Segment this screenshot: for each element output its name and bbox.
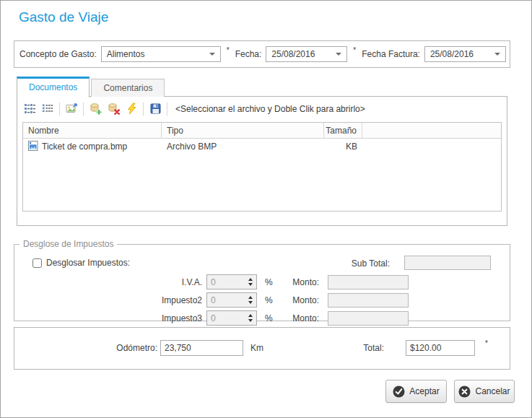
- subtotal-label: Sub Total:: [318, 258, 390, 269]
- chevron-down-icon: [209, 53, 215, 56]
- percent-sign: %: [265, 295, 273, 305]
- toolbar-separator: [59, 103, 60, 116]
- odometro-unit: Km: [250, 343, 263, 353]
- chevron-down-icon: [494, 53, 500, 56]
- concepto-value: Alimentos: [107, 49, 145, 59]
- spinner-up-icon: [248, 314, 253, 317]
- toolbar-separator: [167, 103, 167, 116]
- spinner-down-icon: [248, 283, 253, 286]
- iva-label: I.V.A.: [100, 277, 202, 287]
- documents-grid-header: Nombre Tipo Tamaño: [23, 123, 501, 139]
- tab-comentarios[interactable]: Comentarios: [91, 79, 165, 97]
- spinner-up-icon: [248, 278, 253, 281]
- fecha-value: 25/08/2016: [271, 49, 315, 59]
- document-name: Ticket de compra.bmp: [42, 141, 127, 152]
- total-label: Total:: [344, 343, 384, 353]
- spinner-down-icon: [248, 301, 253, 304]
- impuesto3-label: Impuesto3: [100, 313, 202, 323]
- remove-attachment-icon[interactable]: [107, 103, 120, 116]
- documents-toolbar: <Seleccionar el archivo y Doble Clik par…: [17, 97, 507, 121]
- concepto-required-marker: *: [227, 46, 230, 54]
- check-circle-icon: [393, 386, 405, 398]
- fecha-factura-datepicker[interactable]: 25/08/2016: [424, 46, 506, 62]
- fecha-factura-value: 25/08/2016: [430, 49, 474, 59]
- impuesto3-percent-value: 0: [207, 311, 245, 325]
- iva-monto-field: [328, 275, 409, 289]
- quick-open-icon[interactable]: [125, 103, 138, 116]
- impuesto2-row: Impuesto2 0 % Monto:: [14, 292, 510, 308]
- gasto-de-viaje-dialog: Gasto de Viaje Concepto de Gasto: Alimen…: [0, 0, 532, 418]
- tab-documentos[interactable]: Documentos: [17, 77, 90, 97]
- concepto-combobox[interactable]: Alimentos: [101, 46, 221, 62]
- document-size: KB: [324, 141, 362, 152]
- desglosar-impuestos-row: Desglosar Impuestos:: [32, 258, 130, 268]
- impuesto3-percent-spinner: 0: [206, 310, 257, 326]
- cancel-button[interactable]: Cancelar: [454, 380, 515, 403]
- expense-header-box: Concepto de Gasto: Alimentos * Fecha: 25…: [14, 40, 510, 68]
- impuesto3-monto-field: [328, 311, 409, 326]
- monto-label: Monto:: [289, 295, 319, 305]
- total-required-marker: *: [485, 339, 488, 347]
- add-attachment-icon[interactable]: [89, 103, 102, 116]
- fecha-factura-label: Fecha Factura:: [362, 49, 420, 59]
- document-type: Archivo BMP: [162, 141, 324, 152]
- impuesto3-row: Impuesto3 0 % Monto:: [14, 310, 510, 326]
- column-header-nombre[interactable]: Nombre: [23, 123, 162, 138]
- column-header-tamano[interactable]: Tamaño: [324, 123, 362, 138]
- column-header-empty: [362, 123, 501, 138]
- fecha-label: Fecha:: [235, 49, 262, 59]
- spinner-down-icon: [248, 319, 253, 322]
- monto-label: Monto:: [289, 277, 319, 287]
- desglosar-impuestos-label: Desglosar Impuestos:: [46, 258, 130, 268]
- spinner-up-icon: [248, 296, 253, 299]
- monto-label: Monto:: [289, 313, 319, 323]
- chevron-down-icon: [336, 53, 341, 56]
- documentos-panel: <Seleccionar el archivo y Doble Clik par…: [17, 96, 507, 226]
- odometro-field[interactable]: [160, 340, 243, 356]
- subtotal-field: [404, 256, 491, 270]
- accept-button-label: Aceptar: [409, 386, 439, 396]
- fecha-required-marker: *: [353, 46, 356, 54]
- toolbar-separator: [83, 103, 84, 116]
- iva-percent-value: 0: [207, 275, 245, 289]
- impuesto2-percent-value: 0: [207, 293, 245, 307]
- documents-grid: Nombre Tipo Tamaño Ticket de compr: [22, 122, 502, 212]
- group-title: Desglose de Impuestos: [19, 239, 117, 249]
- tab-strip: Documentos Comentarios: [17, 76, 165, 97]
- x-circle-icon: [458, 386, 471, 398]
- save-icon[interactable]: [149, 103, 162, 116]
- impuesto2-monto-field: [328, 293, 409, 308]
- page-title: Gasto de Viaje: [19, 9, 108, 25]
- column-header-tipo[interactable]: Tipo: [162, 123, 324, 138]
- desglosar-impuestos-checkbox[interactable]: [32, 258, 42, 268]
- file-select-hint: <Seleccionar el archivo y Doble Clik par…: [175, 104, 365, 114]
- small-icons-view-icon[interactable]: [23, 103, 36, 116]
- fecha-datepicker[interactable]: 25/08/2016: [266, 46, 347, 62]
- impuesto2-percent-spinner: 0: [206, 292, 257, 308]
- cancel-button-label: Cancelar: [475, 386, 510, 396]
- percent-sign: %: [265, 277, 273, 287]
- concepto-label: Concepto de Gasto:: [19, 49, 97, 59]
- odometer-total-box: Odómetro: Km Total: *: [14, 327, 510, 370]
- odometro-label: Odómetro:: [85, 343, 157, 353]
- desglose-impuestos-group: Desglose de Impuestos Desglosar Impuesto…: [14, 239, 510, 321]
- iva-percent-spinner: 0: [206, 274, 257, 289]
- impuesto2-label: Impuesto2: [100, 295, 202, 305]
- details-view-icon[interactable]: [41, 103, 54, 116]
- accept-button[interactable]: Aceptar: [385, 380, 447, 403]
- iva-row: I.V.A. 0 % Monto:: [14, 274, 510, 289]
- preview-image-icon[interactable]: [65, 103, 78, 116]
- total-field[interactable]: [406, 340, 475, 356]
- percent-sign: %: [265, 313, 273, 323]
- toolbar-separator: [143, 103, 144, 116]
- table-row[interactable]: Ticket de compra.bmp Archivo BMP KB: [23, 139, 501, 154]
- bmp-file-icon: [28, 141, 38, 153]
